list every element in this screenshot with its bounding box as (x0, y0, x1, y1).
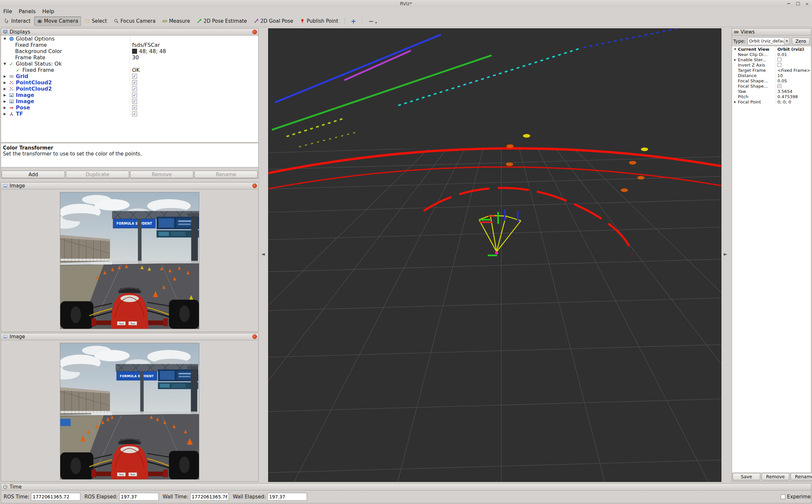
tree-row-tf[interactable]: ▶ TF ✓ (1, 111, 258, 117)
image-panel-titlebar[interactable]: Image (1, 333, 258, 340)
magnifier-icon (114, 18, 119, 24)
right-splitter-collapse[interactable]: ► (724, 251, 727, 257)
menu-help[interactable]: Help (39, 8, 57, 15)
tree-row-frame-rate[interactable]: Frame Rate 30 (1, 54, 258, 61)
wall-time-label: Wall Time: (163, 494, 188, 500)
views-row-focal-shape-fixed[interactable]: Focal Shape... ✓ (732, 83, 811, 89)
views-panel-titlebar[interactable]: Views (732, 29, 811, 36)
close-icon[interactable] (252, 30, 257, 34)
interact-tool[interactable]: Interact (1, 16, 34, 26)
views-row-distance[interactable]: Distance 10 (732, 73, 811, 78)
views-row-yaw[interactable]: Yaw 3.5654 (732, 89, 811, 94)
remove-button[interactable]: Remove (130, 171, 193, 178)
menu-file[interactable]: File (0, 8, 15, 15)
views-row-pitch[interactable]: Pitch 0.475398 (732, 94, 811, 99)
expander-icon[interactable]: ▶ (3, 87, 7, 91)
views-row-focal-point[interactable]: ▶Focal Point 0; 0; 0 (732, 99, 811, 104)
tree-row-status-fixed-frame[interactable]: ✓ Fixed Frame OK (1, 67, 258, 73)
experimental-checkbox[interactable] (781, 494, 785, 499)
close-icon[interactable] (252, 334, 257, 339)
rename-view-button[interactable]: Rename (791, 473, 812, 480)
pointcloud2-checkbox[interactable]: ✓ (132, 86, 137, 91)
goal-pose-tool[interactable]: 2D Goal Pose (251, 16, 296, 26)
minimize-button[interactable] (786, 1, 792, 7)
ros-time-input[interactable] (31, 493, 80, 501)
tree-row-pointcloud2[interactable]: ▶ PointCloud2 ✓ (1, 79, 258, 86)
tree-row-pointcloud2[interactable]: ▶ PointCloud2 ✓ (1, 86, 258, 92)
add-button[interactable]: Add (2, 171, 65, 178)
pointcloud2-checkbox[interactable]: ✓ (132, 80, 137, 85)
move-camera-tool[interactable]: Move Camera (34, 16, 81, 26)
expander-icon[interactable]: ▶ (3, 112, 7, 116)
pose-estimate-tool[interactable]: 2D Pose Estimate (194, 16, 250, 26)
expander-icon[interactable]: ▶ (3, 106, 7, 109)
enable-stereo-checkbox[interactable] (777, 58, 781, 62)
image-panel-titlebar[interactable]: Image (1, 182, 258, 189)
chevron-down-icon[interactable]: ▾ (375, 21, 377, 24)
status-ok-icon: ✓ (15, 67, 21, 73)
expander-icon[interactable]: ▶ (3, 93, 7, 97)
tree-row-background-color[interactable]: Background Color 48; 48; 48 (1, 48, 258, 54)
image-icon (2, 183, 8, 189)
add-tool-button[interactable]: + (348, 17, 360, 25)
close-button[interactable]: × (804, 1, 810, 7)
expander-icon[interactable]: ▶ (733, 58, 737, 61)
expander-icon[interactable]: ▶ (3, 81, 7, 84)
image-panel-2: Image (1, 333, 259, 482)
duplicate-button[interactable]: Duplicate (66, 171, 129, 178)
save-view-button[interactable]: Save (733, 473, 760, 480)
publish-point-tool[interactable]: Publish Point (297, 16, 341, 26)
camera-image-1-canvas (60, 192, 199, 329)
blue-sign (60, 419, 70, 426)
select-tool[interactable]: Select (82, 16, 110, 26)
view-type-dropdown[interactable]: Orbit (rviz_default_ ▾ (747, 37, 790, 45)
views-row-invert-z[interactable]: Invert Z Axis (732, 62, 811, 68)
expander-icon[interactable]: ▶ (3, 99, 7, 103)
maximize-button[interactable] (795, 1, 801, 7)
camera-image-2-canvas (60, 343, 199, 480)
focal-shape-checkbox[interactable]: ✓ (777, 84, 781, 88)
image-checkbox[interactable]: ✓ (132, 99, 137, 104)
expander-icon[interactable]: ▼ (733, 48, 737, 51)
tree-row-image[interactable]: ▶ Image ✓ (1, 98, 258, 104)
expander-icon[interactable]: ▶ (3, 74, 7, 78)
tree-row-fixed-frame[interactable]: Fixed Frame fsds/FSCar (1, 42, 258, 48)
pose-checkbox[interactable]: ✓ (132, 105, 137, 110)
expander-icon[interactable]: ▼ (3, 37, 7, 41)
ros-elapsed-input[interactable] (119, 493, 159, 501)
wall-elapsed-input[interactable] (267, 493, 307, 501)
remove-tool-button[interactable]: − (365, 17, 375, 25)
close-icon[interactable] (252, 183, 257, 188)
remove-view-button[interactable]: Remove (762, 473, 789, 480)
menu-panels[interactable]: Panels (15, 8, 39, 15)
tree-row-global-status[interactable]: ▼ ✓ Global Status: Ok (1, 61, 258, 67)
left-splitter-collapse[interactable]: ◄ (261, 251, 265, 257)
views-row-target-frame[interactable]: Target Frame <Fixed Frame> (732, 68, 811, 73)
window-titlebar[interactable]: RViz* × (0, 0, 812, 7)
views-row-enable-stereo[interactable]: ▶Enable Ster... (732, 57, 811, 62)
invert-z-checkbox[interactable] (777, 63, 781, 67)
zero-button[interactable]: Zero (792, 38, 810, 45)
tree-row-grid[interactable]: ▶ Grid ✓ (1, 73, 258, 79)
image-icon (2, 334, 8, 340)
time-panel-titlebar[interactable]: Time (1, 484, 811, 490)
tf-checkbox[interactable]: ✓ (132, 111, 137, 116)
tree-row-image[interactable]: ▶ Image ✓ (1, 92, 258, 98)
expander-icon[interactable]: ▼ (3, 62, 7, 66)
rename-button[interactable]: Rename (194, 171, 258, 178)
expander-icon[interactable]: ▶ (733, 100, 737, 103)
wall-time-input[interactable] (190, 493, 229, 501)
displays-panel-titlebar[interactable]: Displays (1, 29, 258, 36)
views-row-focal-shape-size[interactable]: Focal Shape... 0.05 (732, 78, 811, 83)
3d-viewport-canvas[interactable] (268, 29, 721, 482)
3d-viewport[interactable] (268, 28, 721, 482)
focus-camera-tool[interactable]: Focus Camera (111, 16, 158, 26)
help-title: Color Transformer (3, 145, 256, 151)
grid-checkbox[interactable]: ✓ (132, 74, 137, 79)
measure-tool[interactable]: Measure (159, 16, 193, 26)
views-row-current-view[interactable]: ▼Current View Orbit (rviz) (732, 46, 811, 52)
tree-row-global-options[interactable]: ▼ Global Options (1, 36, 258, 42)
tree-row-pose[interactable]: ▶ Pose ✓ (1, 104, 258, 111)
views-row-near-clip[interactable]: Near Clip Di... 0.01 (732, 52, 811, 57)
image-checkbox[interactable]: ✓ (132, 93, 137, 98)
